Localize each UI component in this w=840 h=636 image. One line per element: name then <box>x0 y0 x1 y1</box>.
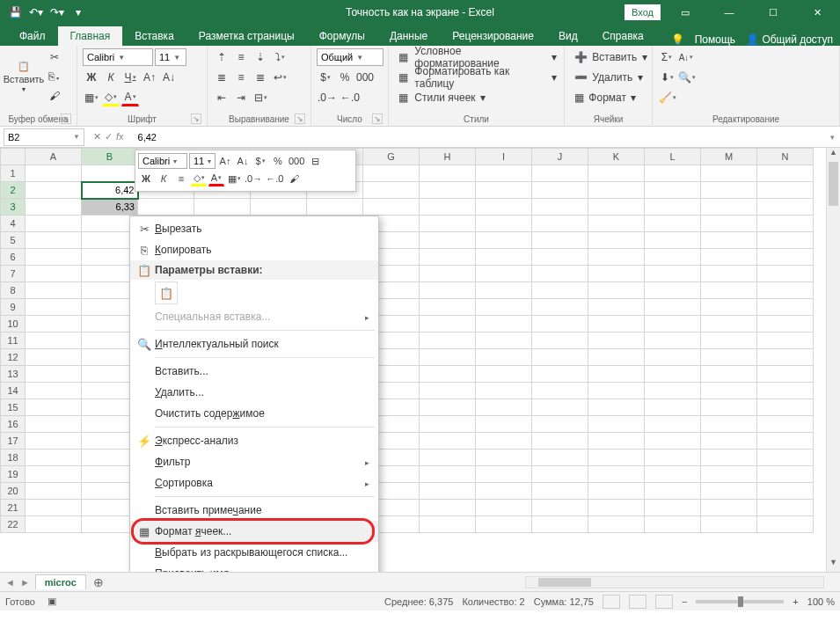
cell-N21[interactable] <box>757 500 814 516</box>
cell-H7[interactable] <box>420 266 476 282</box>
cell-I6[interactable] <box>476 249 532 266</box>
cell-A16[interactable] <box>26 416 82 433</box>
zoom-level[interactable]: 100 % <box>807 596 835 607</box>
cell-N19[interactable] <box>757 466 814 483</box>
cell-B2[interactable]: 6,42 <box>82 182 138 199</box>
cell-H3[interactable] <box>420 199 476 216</box>
row-header-9[interactable]: 9 <box>1 299 26 316</box>
mini-inc-decimal-icon[interactable]: .0→ <box>244 171 263 186</box>
row-header-2[interactable]: 2 <box>1 182 26 199</box>
mini-italic-button[interactable]: К <box>156 171 172 186</box>
cell-A3[interactable] <box>26 199 82 216</box>
sheet-nav[interactable]: ◄► <box>0 577 35 588</box>
cell-L11[interactable] <box>645 333 701 349</box>
cell-N10[interactable] <box>757 316 814 333</box>
cell-H13[interactable] <box>420 366 476 383</box>
mini-bold-button[interactable]: Ж <box>138 171 154 186</box>
cell-I4[interactable] <box>476 216 532 232</box>
cell-N22[interactable] <box>757 516 814 533</box>
increase-decimal-icon[interactable]: .0→ <box>317 89 338 106</box>
share-button[interactable]: 👤 Общий доступ <box>746 33 833 46</box>
name-box[interactable]: B2▼ <box>4 128 84 146</box>
fill-color-icon[interactable]: ◇ <box>102 89 120 106</box>
row-header-7[interactable]: 7 <box>1 266 26 282</box>
row-header-21[interactable]: 21 <box>1 500 26 516</box>
cell-H4[interactable] <box>420 216 476 232</box>
fx-icon[interactable]: fx <box>116 131 124 143</box>
cell-K11[interactable] <box>588 333 645 349</box>
paste-default-icon[interactable]: 📋 <box>155 281 178 304</box>
font-name-select[interactable]: Calibri▼ <box>83 48 153 66</box>
cell-N1[interactable] <box>757 165 814 182</box>
col-header-H[interactable]: H <box>420 149 476 165</box>
cell-M10[interactable] <box>701 316 757 333</box>
cell-B3[interactable]: 6,33 <box>82 199 138 216</box>
cell-K18[interactable] <box>588 450 645 466</box>
cell-N16[interactable] <box>757 416 814 433</box>
ctx-define-name[interactable]: Присвоить имя... <box>130 563 378 572</box>
undo-icon[interactable]: ↶▾ <box>26 3 46 22</box>
accounting-format-icon[interactable]: $ <box>317 69 334 86</box>
ribbon-options-icon[interactable]: ▭ <box>666 0 705 25</box>
clipboard-launcher[interactable]: ↘ <box>61 113 71 124</box>
mini-font-color-icon[interactable]: A <box>208 171 224 186</box>
conditional-formatting-button[interactable]: ▦ Условное форматирование ▾ <box>394 48 561 66</box>
clear-icon[interactable]: 🧹 <box>658 89 677 106</box>
ctx-copy[interactable]: ⎘Копировать <box>130 239 378 260</box>
cell-J12[interactable] <box>532 349 588 366</box>
cell-A1[interactable] <box>26 165 82 182</box>
cell-I14[interactable] <box>476 383 532 399</box>
cell-A19[interactable] <box>26 466 82 483</box>
cell-J21[interactable] <box>532 500 588 516</box>
cell-I22[interactable] <box>476 516 532 533</box>
cell-I2[interactable] <box>476 182 532 199</box>
cell-G2[interactable] <box>363 182 420 199</box>
cell-M19[interactable] <box>701 466 757 483</box>
row-header-6[interactable]: 6 <box>1 249 26 266</box>
cell-K15[interactable] <box>588 399 645 416</box>
underline-button[interactable]: Ч <box>121 69 139 86</box>
align-center-icon[interactable]: ≡ <box>232 69 250 86</box>
cell-I13[interactable] <box>476 366 532 383</box>
macro-record-icon[interactable]: ▣ <box>47 596 56 607</box>
minimize-button[interactable]: — <box>710 0 749 25</box>
mini-comma-icon[interactable]: 000 <box>288 153 305 169</box>
tab-file[interactable]: Файл <box>7 26 58 46</box>
cell-A5[interactable] <box>26 232 82 249</box>
cell-K14[interactable] <box>588 383 645 399</box>
font-launcher[interactable]: ↘ <box>191 113 201 124</box>
cell-L8[interactable] <box>645 282 701 299</box>
cell-M9[interactable] <box>701 299 757 316</box>
number-format-select[interactable]: Общий▼ <box>317 48 383 66</box>
save-icon[interactable]: 💾 <box>5 3 25 22</box>
ctx-pick-from-list[interactable]: Выбрать из раскрывающегося списка... <box>130 542 378 563</box>
zoom-in-button[interactable]: + <box>793 596 798 607</box>
zoom-slider[interactable] <box>696 600 784 603</box>
cell-M14[interactable] <box>701 383 757 399</box>
cell-I9[interactable] <box>476 299 532 316</box>
cell-I15[interactable] <box>476 399 532 416</box>
cell-K17[interactable] <box>588 433 645 450</box>
cell-M8[interactable] <box>701 282 757 299</box>
row-header-19[interactable]: 19 <box>1 466 26 483</box>
cell-A18[interactable] <box>26 450 82 466</box>
ctx-smart-lookup[interactable]: 🔍Интеллектуальный поиск <box>130 333 378 355</box>
cell-H14[interactable] <box>420 383 476 399</box>
ctx-cut[interactable]: ✂Вырезать <box>130 218 378 239</box>
sheet-tab-active[interactable]: microс <box>35 574 86 589</box>
cell-A22[interactable] <box>26 516 82 533</box>
italic-button[interactable]: К <box>102 69 120 86</box>
cell-L21[interactable] <box>645 500 701 516</box>
cell-K21[interactable] <box>588 500 645 516</box>
delete-cells-button[interactable]: ➖ Удалить ▾ <box>570 69 649 86</box>
cell-K7[interactable] <box>588 266 645 282</box>
cell-A7[interactable] <box>26 266 82 282</box>
wrap-text-icon[interactable]: ↩ <box>271 69 289 86</box>
ctx-insert-comment[interactable]: Вставить примечание <box>130 500 378 521</box>
cell-A11[interactable] <box>26 333 82 349</box>
cell-M18[interactable] <box>701 450 757 466</box>
cell-J13[interactable] <box>532 366 588 383</box>
cell-J19[interactable] <box>532 466 588 483</box>
tab-data[interactable]: Данные <box>377 26 440 46</box>
cell-M7[interactable] <box>701 266 757 282</box>
